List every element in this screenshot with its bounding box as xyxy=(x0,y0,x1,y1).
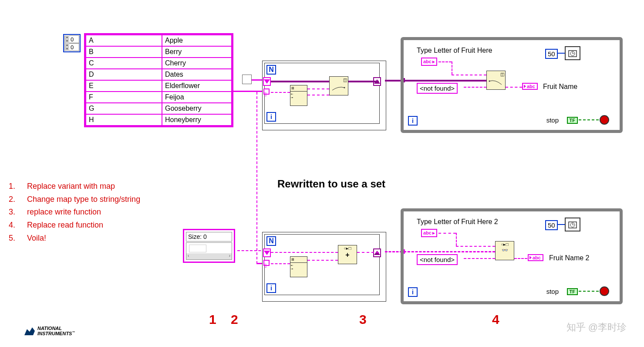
watermark-text: 知乎 @李时珍 xyxy=(566,321,627,334)
index-array-node[interactable]: ⊞ ▪▫ ▫▪ xyxy=(290,85,307,106)
auto-index-tunnel[interactable]: [] xyxy=(263,260,270,266)
section-heading: Rewritten to use a set xyxy=(277,178,385,190)
numeric-constant-wait[interactable]: 50 xyxy=(545,49,558,59)
wire xyxy=(557,53,565,54)
instruction-item: replace write function xyxy=(27,208,101,216)
key-cell[interactable]: G xyxy=(86,103,162,114)
step-marker-2: 2 xyxy=(231,312,238,327)
while-loop-top[interactable]: Type Letter of Fruit Here abc▸ <not foun… xyxy=(401,37,623,133)
wire xyxy=(579,119,599,120)
shift-register-right[interactable] xyxy=(373,248,381,257)
loop-count-terminal[interactable]: N xyxy=(266,236,276,246)
wait-ms-node[interactable] xyxy=(565,218,580,231)
boolean-control-terminal[interactable]: TF xyxy=(567,117,578,124)
key-cell[interactable]: B xyxy=(86,46,162,58)
val-cell[interactable]: Feijoa xyxy=(162,92,232,103)
val-cell[interactable]: Gooseberry xyxy=(162,103,232,114)
size-label-text: Size: 0 xyxy=(186,232,232,242)
write-variant-node[interactable]: ◫ xyxy=(329,76,348,95)
val-cell[interactable]: Elderflower xyxy=(162,80,232,92)
wire xyxy=(506,87,522,88)
wire xyxy=(271,252,338,253)
logo-text-2: INSTRUMENTS xyxy=(37,331,72,336)
wire xyxy=(404,251,495,252)
loop-iteration-terminal[interactable]: i xyxy=(266,112,276,122)
for-loop-top[interactable]: N [] i ⊞ ▪▫ ▫▪ ◫ xyxy=(262,61,386,130)
for-loop-bottom[interactable]: N [] i ⊞ ▪▫ ▫▪ ○▸□ + xyxy=(262,232,386,302)
string-indicator-terminal[interactable]: abc xyxy=(528,254,543,261)
wire xyxy=(438,61,452,62)
val-cell[interactable]: Honeyberry xyxy=(162,114,232,126)
loop-condition-terminal[interactable] xyxy=(600,286,609,296)
wire xyxy=(452,75,486,75)
instruction-item: Change map type to string/string xyxy=(27,195,140,204)
val-cell[interactable]: Cherry xyxy=(162,58,232,69)
wire xyxy=(271,81,329,82)
loop-condition-terminal[interactable] xyxy=(600,115,609,125)
string-indicator-label: Fruit Name xyxy=(543,83,577,91)
svg-point-0 xyxy=(344,87,345,88)
wire xyxy=(307,95,329,95)
index-array-node[interactable]: ⊞ ▪▫ ▫▪ xyxy=(290,256,307,277)
wire xyxy=(404,80,486,82)
set-size-indicator[interactable]: Size: 0 ‹› xyxy=(183,229,235,263)
boolean-control-terminal[interactable]: TF xyxy=(567,288,578,295)
string-indicator-terminal[interactable]: abc xyxy=(522,83,538,90)
wire xyxy=(557,224,565,225)
wire xyxy=(233,91,265,92)
string-control-terminal[interactable]: abc▸ xyxy=(421,229,437,237)
read-variant-node[interactable]: ◫ xyxy=(486,71,506,90)
stop-label: stop xyxy=(546,116,559,124)
insert-into-set-node[interactable]: ○▸□ + xyxy=(338,245,357,264)
string-control-label: Type Letter of Fruit Here 2 xyxy=(417,218,498,226)
step-marker-3: 3 xyxy=(359,312,367,327)
string-control-terminal[interactable]: abc▸ xyxy=(421,58,437,66)
wire xyxy=(385,251,402,252)
fruit-map-constant[interactable]: AApple BBerry CCherry DDates EElderflowe… xyxy=(84,33,233,127)
string-indicator-label: Fruit Name 2 xyxy=(549,254,589,262)
shift-register-left[interactable] xyxy=(263,248,271,257)
wire xyxy=(579,291,599,292)
val-cell[interactable]: Apple xyxy=(162,35,232,46)
shift-register-left[interactable] xyxy=(263,77,271,86)
loop-count-terminal[interactable]: N xyxy=(266,65,276,75)
val-cell[interactable]: Dates xyxy=(162,69,232,80)
wire xyxy=(456,246,495,247)
loop-iteration-terminal[interactable]: i xyxy=(266,283,276,293)
wire xyxy=(271,92,290,93)
key-cell[interactable]: C xyxy=(86,58,162,69)
loop-iteration-terminal[interactable]: i xyxy=(408,116,418,126)
wire xyxy=(237,250,265,251)
instruction-item: Replace read function xyxy=(27,221,103,229)
numeric-constant-wait[interactable]: 50 xyxy=(545,220,558,230)
key-cell[interactable]: F xyxy=(86,92,162,103)
key-cell[interactable]: D xyxy=(86,69,162,80)
wire xyxy=(464,87,486,88)
read-set-node[interactable]: ○▸□ 👓 xyxy=(495,241,514,260)
stop-label: stop xyxy=(546,288,559,295)
wire xyxy=(348,81,379,82)
string-constant-notfound[interactable]: <not found> xyxy=(417,254,458,265)
while-loop-bottom[interactable]: Type Letter of Fruit Here 2 abc▸ <not fo… xyxy=(401,208,623,304)
logo-text-1: NATIONAL xyxy=(37,326,75,331)
key-cell[interactable]: E xyxy=(86,80,162,92)
wait-ms-node[interactable] xyxy=(565,46,580,60)
array-index-0[interactable]: 0 xyxy=(69,36,79,43)
empty-variant-constant[interactable] xyxy=(242,75,252,84)
val-cell[interactable]: Berry xyxy=(162,46,232,58)
loop-iteration-terminal[interactable]: i xyxy=(408,287,418,297)
array-index-control[interactable]: ▲▼0 ▲▼0 xyxy=(63,34,81,52)
wire xyxy=(456,233,457,246)
key-cell[interactable]: A xyxy=(86,35,162,46)
string-control-label: Type Letter of Fruit Here xyxy=(417,47,492,54)
logo-tm: ™ xyxy=(72,331,75,334)
auto-index-tunnel[interactable]: [] xyxy=(263,88,270,95)
array-index-1[interactable]: 0 xyxy=(69,44,79,51)
string-constant-notfound[interactable]: <not found> xyxy=(417,83,458,94)
key-cell[interactable]: H xyxy=(86,114,162,126)
wire xyxy=(357,252,379,253)
wire xyxy=(271,263,290,264)
step-marker-4: 4 xyxy=(492,312,499,327)
wire xyxy=(514,258,527,259)
step-marker-1: 1 xyxy=(209,312,216,327)
